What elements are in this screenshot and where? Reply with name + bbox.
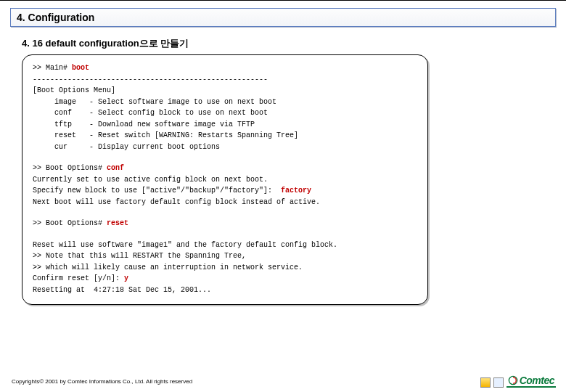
cmd-factory: factory: [281, 187, 311, 195]
out-specify-block: Specify new block to use ["active"/"back…: [33, 185, 417, 197]
prompt-text: >> Boot Options#: [33, 164, 107, 172]
copyright-footer: Copyrights© 2001 by Comtec Informations …: [12, 378, 192, 385]
menu-item-reset: reset - Reset switch [WARNING: Restarts …: [33, 130, 417, 142]
cmd-y: y: [124, 274, 128, 282]
prompt-bootopts-2: >> Boot Options# reset: [33, 218, 417, 229]
swirl-icon: [508, 375, 518, 385]
comtec-logo: Comtec: [506, 375, 556, 388]
menu-title: [Boot Options Menu]: [33, 85, 417, 97]
out-resetting: Resetting at 4:27:18 Sat Dec 15, 2001...: [33, 285, 417, 296]
prompt-text: Confirm reset [y/n]:: [33, 274, 124, 282]
prompt-main: >> Main# boot: [33, 62, 417, 74]
cmd-reset: reset: [107, 219, 128, 227]
menu-item-tftp: tftp - Download new software image via T…: [33, 119, 417, 131]
out-note-1: >> Note that this will RESTART the Spann…: [33, 250, 417, 262]
page: 4. Configuration 4. 16 default configura…: [0, 0, 566, 392]
prompt-text: >> Boot Options#: [33, 219, 107, 227]
menu-item-cur: cur - Display current boot options: [33, 142, 417, 153]
subheading: 4. 16 default configuration으로 만들기: [22, 37, 566, 50]
cmd-conf: conf: [107, 164, 124, 172]
cmd-boot: boot: [72, 64, 89, 72]
menu-item-image: image - Select software image to use on …: [33, 97, 417, 108]
cert-badge-icon: [480, 377, 491, 388]
separator: ----------------------------------------…: [33, 74, 417, 86]
out-confirm: Confirm reset [y/n]: y: [33, 273, 417, 285]
prompt-text: Specify new block to use ["active"/"back…: [33, 187, 281, 195]
out-currently-set: Currently set to use active config block…: [33, 174, 417, 186]
terminal-output: >> Main# boot --------------------------…: [22, 54, 428, 305]
logo-area: Comtec: [480, 375, 556, 388]
out-next-boot: Next boot will use factory default confi…: [33, 197, 417, 208]
out-reset-will-use: Reset will use software "image1" and the…: [33, 240, 417, 251]
out-note-2: >> which will likely cause an interrupti…: [33, 262, 417, 274]
menu-item-conf: conf - Select config block to use on nex…: [33, 107, 417, 119]
cert-badge-icon: [493, 377, 504, 388]
logo-text: Comtec: [520, 375, 554, 386]
prompt-text: >> Main#: [33, 64, 72, 72]
section-title: 4. Configuration: [10, 8, 556, 27]
prompt-bootopts-1: >> Boot Options# conf: [33, 163, 417, 174]
